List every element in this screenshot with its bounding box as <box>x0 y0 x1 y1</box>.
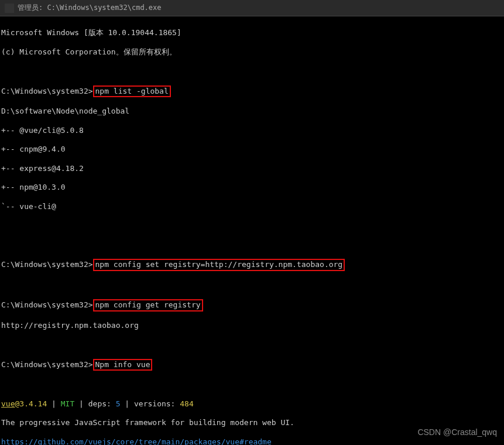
watermark: CSDN @Crastal_qwq <box>417 427 497 437</box>
highlighted-command-4: Npm info vue <box>93 359 153 371</box>
npm-list-item: +-- npm@10.3.0 <box>1 183 503 192</box>
highlighted-command-3: npm config get registry <box>93 299 203 311</box>
npm-list-item: +-- express@4.18.2 <box>1 164 503 173</box>
os-version: Microsoft Windows [版本 10.0.19044.1865] <box>1 28 503 37</box>
cmd-line-2: C:\Windows\system32>npm config set regis… <box>1 259 503 271</box>
highlighted-command-1: npm list -global <box>93 85 171 97</box>
pkg-name: vue <box>1 399 15 408</box>
terminal-output[interactable]: Microsoft Windows [版本 10.0.19044.1865] (… <box>0 16 504 445</box>
npm-list-item: +-- cnpm@9.4.0 <box>1 145 503 154</box>
window-titlebar: 管理员: C:\Windows\system32\cmd.exe <box>0 0 504 16</box>
registry-output: http://registry.npm.taobao.org <box>1 321 503 330</box>
pkg-header: vue@3.4.14 | MIT | deps: 5 | versions: 4… <box>1 399 503 409</box>
cmd-line-3: C:\Windows\system32>npm config get regis… <box>1 299 503 311</box>
pkg-url: https://github.com/vuejs/core/tree/main/… <box>1 437 272 445</box>
npm-list-item: +-- @vue/cli@5.0.8 <box>1 126 503 135</box>
pkg-description: The progressive JavaScript framework for… <box>1 418 503 427</box>
deps-count: 5 <box>116 399 121 408</box>
pkg-version: 3.4.14 <box>19 399 47 408</box>
pkg-license: MIT <box>61 399 74 408</box>
copyright: (c) Microsoft Corporation。保留所有权利。 <box>1 47 503 57</box>
cmd-line-1: C:\Windows\system32>npm list -global <box>1 85 503 97</box>
highlighted-command-2: npm config set registry=http://registry.… <box>93 259 345 271</box>
cmd-icon <box>5 4 14 13</box>
cmd-line-4: C:\Windows\system32>Npm info vue <box>1 359 503 371</box>
npm-list-root: D:\software\Node\node_global <box>1 107 503 116</box>
window-title: 管理员: C:\Windows\system32\cmd.exe <box>18 3 162 13</box>
versions-count: 484 <box>180 399 193 408</box>
npm-list-item: `-- vue-cli@ <box>1 202 503 211</box>
